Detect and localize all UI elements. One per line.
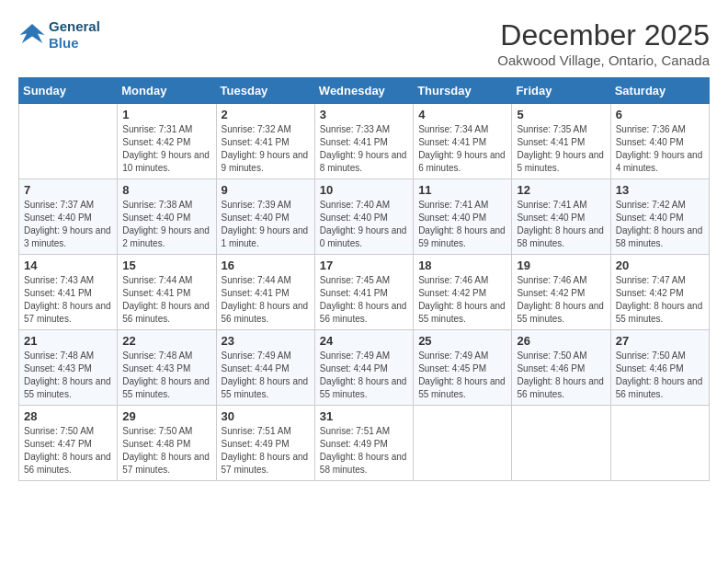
calendar-cell: 26Sunrise: 7:50 AMSunset: 4:46 PMDayligh… — [512, 330, 610, 406]
day-number: 2 — [222, 108, 310, 121]
calendar-cell: 19Sunrise: 7:46 AMSunset: 4:42 PMDayligh… — [512, 255, 610, 330]
logo: General Blue — [18, 18, 100, 52]
calendar-cell: 2Sunrise: 7:32 AMSunset: 4:41 PMDaylight… — [216, 104, 314, 179]
cell-info: Sunrise: 7:51 AMSunset: 4:49 PMDaylight:… — [320, 425, 408, 477]
calendar-cell: 28Sunrise: 7:50 AMSunset: 4:47 PMDayligh… — [19, 406, 118, 481]
logo-icon — [18, 22, 46, 48]
weekday-header: Tuesday — [216, 78, 314, 104]
calendar-cell: 3Sunrise: 7:33 AMSunset: 4:41 PMDaylight… — [314, 104, 413, 179]
cell-info: Sunrise: 7:40 AMSunset: 4:40 PMDaylight:… — [320, 199, 408, 250]
cell-info: Sunrise: 7:45 AMSunset: 4:41 PMDaylight:… — [320, 274, 408, 326]
calendar-cell — [414, 406, 512, 481]
cell-info: Sunrise: 7:49 AMSunset: 4:45 PMDaylight:… — [418, 350, 506, 401]
day-number: 29 — [122, 409, 210, 423]
cell-info: Sunrise: 7:51 AMSunset: 4:49 PMDaylight:… — [222, 425, 310, 477]
cell-info: Sunrise: 7:49 AMSunset: 4:44 PMDaylight:… — [222, 350, 310, 401]
day-number: 4 — [418, 108, 506, 121]
weekday-header-row: SundayMondayTuesdayWednesdayThursdayFrid… — [19, 78, 710, 104]
calendar-cell — [610, 406, 709, 481]
cell-info: Sunrise: 7:50 AMSunset: 4:46 PMDaylight:… — [517, 350, 605, 401]
cell-info: Sunrise: 7:34 AMSunset: 4:41 PMDaylight:… — [418, 123, 506, 175]
cell-info: Sunrise: 7:46 AMSunset: 4:42 PMDaylight:… — [418, 274, 506, 326]
calendar-cell: 4Sunrise: 7:34 AMSunset: 4:41 PMDaylight… — [414, 104, 512, 179]
calendar-cell: 6Sunrise: 7:36 AMSunset: 4:40 PMDaylight… — [610, 104, 709, 179]
cell-info: Sunrise: 7:36 AMSunset: 4:40 PMDaylight:… — [616, 123, 704, 175]
cell-info: Sunrise: 7:33 AMSunset: 4:41 PMDaylight:… — [320, 123, 408, 175]
logo-text: General Blue — [49, 18, 100, 52]
day-number: 16 — [222, 259, 310, 272]
calendar-cell: 10Sunrise: 7:40 AMSunset: 4:40 PMDayligh… — [314, 179, 413, 255]
calendar-week-row: 14Sunrise: 7:43 AMSunset: 4:41 PMDayligh… — [19, 255, 710, 330]
day-number: 3 — [320, 108, 408, 121]
calendar-cell: 23Sunrise: 7:49 AMSunset: 4:44 PMDayligh… — [216, 330, 314, 406]
weekday-header: Thursday — [414, 78, 512, 104]
calendar-cell: 29Sunrise: 7:50 AMSunset: 4:48 PMDayligh… — [118, 406, 216, 481]
calendar-cell: 22Sunrise: 7:48 AMSunset: 4:43 PMDayligh… — [118, 330, 216, 406]
cell-info: Sunrise: 7:42 AMSunset: 4:40 PMDaylight:… — [616, 199, 704, 250]
day-number: 24 — [320, 334, 408, 348]
cell-info: Sunrise: 7:39 AMSunset: 4:40 PMDaylight:… — [222, 199, 310, 250]
calendar-cell: 25Sunrise: 7:49 AMSunset: 4:45 PMDayligh… — [414, 330, 512, 406]
calendar-cell: 5Sunrise: 7:35 AMSunset: 4:41 PMDaylight… — [512, 104, 610, 179]
day-number: 21 — [24, 334, 112, 348]
calendar-cell: 18Sunrise: 7:46 AMSunset: 4:42 PMDayligh… — [414, 255, 512, 330]
logo-line2: Blue — [49, 35, 100, 52]
day-number: 15 — [122, 259, 210, 272]
day-number: 19 — [517, 259, 605, 272]
day-number: 9 — [222, 183, 310, 197]
logo-line1: General — [49, 18, 100, 35]
calendar-cell: 1Sunrise: 7:31 AMSunset: 4:42 PMDaylight… — [118, 104, 216, 179]
calendar-cell: 16Sunrise: 7:44 AMSunset: 4:41 PMDayligh… — [216, 255, 314, 330]
cell-info: Sunrise: 7:47 AMSunset: 4:42 PMDaylight:… — [616, 274, 704, 326]
cell-info: Sunrise: 7:35 AMSunset: 4:41 PMDaylight:… — [517, 123, 605, 175]
calendar-cell: 24Sunrise: 7:49 AMSunset: 4:44 PMDayligh… — [314, 330, 413, 406]
calendar-cell: 12Sunrise: 7:41 AMSunset: 4:40 PMDayligh… — [512, 179, 610, 255]
calendar-cell: 21Sunrise: 7:48 AMSunset: 4:43 PMDayligh… — [19, 330, 118, 406]
calendar-cell: 15Sunrise: 7:44 AMSunset: 4:41 PMDayligh… — [118, 255, 216, 330]
cell-info: Sunrise: 7:49 AMSunset: 4:44 PMDaylight:… — [320, 350, 408, 401]
cell-info: Sunrise: 7:48 AMSunset: 4:43 PMDaylight:… — [122, 350, 210, 401]
day-number: 13 — [616, 183, 704, 197]
weekday-header: Friday — [512, 78, 610, 104]
calendar-week-row: 21Sunrise: 7:48 AMSunset: 4:43 PMDayligh… — [19, 330, 710, 406]
day-number: 27 — [616, 334, 704, 348]
cell-info: Sunrise: 7:46 AMSunset: 4:42 PMDaylight:… — [517, 274, 605, 326]
weekday-header: Monday — [118, 78, 216, 104]
day-number: 23 — [222, 334, 310, 348]
calendar-cell — [19, 104, 118, 179]
calendar-cell: 20Sunrise: 7:47 AMSunset: 4:42 PMDayligh… — [610, 255, 709, 330]
day-number: 26 — [517, 334, 605, 348]
calendar-cell: 14Sunrise: 7:43 AMSunset: 4:41 PMDayligh… — [19, 255, 118, 330]
cell-info: Sunrise: 7:50 AMSunset: 4:47 PMDaylight:… — [24, 425, 112, 477]
cell-info: Sunrise: 7:37 AMSunset: 4:40 PMDaylight:… — [24, 199, 112, 250]
day-number: 12 — [517, 183, 605, 197]
day-number: 10 — [320, 183, 408, 197]
day-number: 22 — [122, 334, 210, 348]
calendar-cell: 7Sunrise: 7:37 AMSunset: 4:40 PMDaylight… — [19, 179, 118, 255]
cell-info: Sunrise: 7:44 AMSunset: 4:41 PMDaylight:… — [122, 274, 210, 326]
day-number: 7 — [24, 183, 112, 197]
day-number: 6 — [616, 108, 704, 121]
day-number: 30 — [222, 409, 310, 423]
day-number: 31 — [320, 409, 408, 423]
cell-info: Sunrise: 7:32 AMSunset: 4:41 PMDaylight:… — [222, 123, 310, 175]
day-number: 5 — [517, 108, 605, 121]
day-number: 25 — [418, 334, 506, 348]
month-title: December 2025 — [497, 18, 710, 52]
svg-marker-0 — [20, 24, 45, 43]
cell-info: Sunrise: 7:50 AMSunset: 4:46 PMDaylight:… — [616, 350, 704, 401]
calendar-table: SundayMondayTuesdayWednesdayThursdayFrid… — [18, 77, 710, 481]
calendar-week-row: 1Sunrise: 7:31 AMSunset: 4:42 PMDaylight… — [19, 104, 710, 179]
calendar-cell: 8Sunrise: 7:38 AMSunset: 4:40 PMDaylight… — [118, 179, 216, 255]
day-number: 11 — [418, 183, 506, 197]
day-number: 8 — [122, 183, 210, 197]
calendar-cell: 13Sunrise: 7:42 AMSunset: 4:40 PMDayligh… — [610, 179, 709, 255]
cell-info: Sunrise: 7:41 AMSunset: 4:40 PMDaylight:… — [418, 199, 506, 250]
location-title: Oakwood Village, Ontario, Canada — [497, 52, 710, 68]
calendar-cell: 27Sunrise: 7:50 AMSunset: 4:46 PMDayligh… — [610, 330, 709, 406]
calendar-cell — [512, 406, 610, 481]
cell-info: Sunrise: 7:38 AMSunset: 4:40 PMDaylight:… — [122, 199, 210, 250]
cell-info: Sunrise: 7:50 AMSunset: 4:48 PMDaylight:… — [122, 425, 210, 477]
day-number: 28 — [24, 409, 112, 423]
day-number: 18 — [418, 259, 506, 272]
